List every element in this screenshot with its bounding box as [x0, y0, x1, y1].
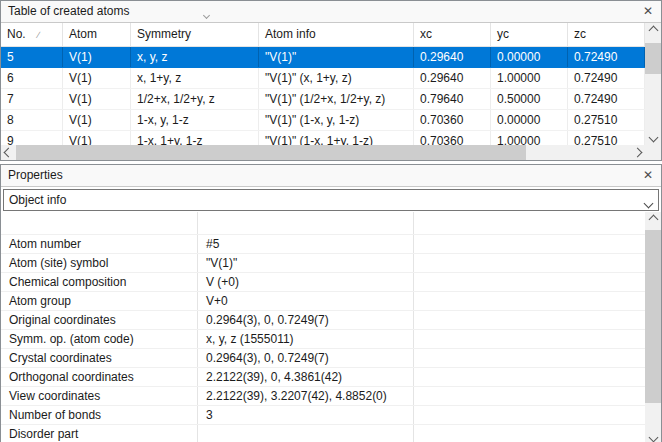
- cell-atom-info: "V(1)": [259, 47, 414, 67]
- property-row: Orthogonal coordinates 2.2122(39), 0, 4.…: [1, 368, 645, 387]
- scroll-down-icon[interactable]: [645, 430, 661, 442]
- cell-symmetry: x, y, z: [131, 47, 259, 67]
- column-header-xc[interactable]: xc: [414, 23, 491, 46]
- property-value: [198, 212, 414, 234]
- cell-no: 7: [1, 89, 63, 109]
- table-row[interactable]: 8 V(1) 1-x, y, 1-z "V(1)" (1-x, y, 1-z) …: [1, 110, 645, 131]
- property-value: 0.2964(3), 0, 0.7249(7): [198, 349, 414, 367]
- cell-xc: 0.29640: [414, 47, 491, 67]
- properties-panel-titlebar[interactable]: Properties ✕: [1, 165, 661, 187]
- column-header-symmetry[interactable]: Symmetry: [131, 23, 259, 46]
- object-info-select[interactable]: Object info: [3, 189, 659, 211]
- property-row: Atom group V+0: [1, 292, 645, 311]
- cell-zc: 0.72490: [568, 68, 645, 88]
- sort-ascending-icon: ∕: [38, 30, 40, 40]
- column-header-yc[interactable]: yc: [491, 23, 568, 46]
- close-icon[interactable]: ✕: [639, 2, 657, 20]
- vertical-scrollbar[interactable]: [645, 212, 661, 442]
- properties-panel: Properties ✕ Object info Atom number #5 …: [0, 164, 662, 442]
- cell-atom: V(1): [63, 131, 131, 145]
- column-header-no-label: No.: [7, 27, 26, 41]
- column-header-atom[interactable]: Atom: [63, 23, 131, 46]
- property-grid: Atom number #5 Atom (site) symbol "V(1)"…: [1, 212, 645, 442]
- property-filler: [414, 212, 645, 234]
- cell-yc: 0.00000: [491, 47, 568, 67]
- cell-zc: 0.72490: [568, 47, 645, 67]
- cell-atom-info: "V(1)" (1/2+x, 1/2+y, z): [259, 89, 414, 109]
- property-label: [1, 212, 198, 234]
- column-header-atom-info[interactable]: Atom info: [259, 23, 414, 46]
- property-label: Number of bonds: [1, 406, 198, 424]
- property-filler: [414, 235, 645, 253]
- property-label: Original coordinates: [1, 311, 198, 329]
- property-label: Atom (site) symbol: [1, 254, 198, 272]
- property-row: View coordinates 2.2122(39), 3.2207(42),…: [1, 387, 645, 406]
- scroll-right-icon[interactable]: [630, 145, 645, 160]
- scroll-left-icon[interactable]: [1, 145, 16, 160]
- cell-no: 6: [1, 68, 63, 88]
- property-filler: [414, 292, 645, 310]
- cell-atom-info: "V(1)" (1-x, 1+y, 1-z): [259, 131, 414, 145]
- property-row: Crystal coordinates 0.2964(3), 0, 0.7249…: [1, 349, 645, 368]
- property-filler: [414, 254, 645, 272]
- close-icon[interactable]: ✕: [639, 166, 657, 184]
- cell-zc: 0.72490: [568, 89, 645, 109]
- property-value: x, y, z (1555011): [198, 330, 414, 348]
- scroll-up-icon[interactable]: [645, 212, 661, 227]
- cell-atom-info: "V(1)" (1-x, y, 1-z): [259, 110, 414, 130]
- property-label: Orthogonal coordinates: [1, 368, 198, 386]
- scroll-up-icon[interactable]: [645, 23, 661, 38]
- horizontal-scrollbar[interactable]: [1, 145, 645, 160]
- table-row[interactable]: 7 V(1) 1/2+x, 1/2+y, z "V(1)" (1/2+x, 1/…: [1, 89, 645, 110]
- horizontal-scrollbar-thumb[interactable]: [16, 145, 526, 160]
- cell-atom-info: "V(1)" (x, 1+y, z): [259, 68, 414, 88]
- table-row[interactable]: 5 V(1) x, y, z "V(1)" 0.29640 0.00000 0.…: [1, 47, 645, 68]
- property-value: V (+0): [198, 273, 414, 291]
- vertical-scrollbar[interactable]: [645, 23, 661, 145]
- cell-zc: 0.27510: [568, 131, 645, 145]
- cell-no: 9: [1, 131, 63, 145]
- property-value: #5: [198, 235, 414, 253]
- property-label: Symm. op. (atom code): [1, 330, 198, 348]
- atoms-panel-titlebar[interactable]: Table of created atoms ✕: [1, 1, 661, 23]
- cell-symmetry: 1-x, y, 1-z: [131, 110, 259, 130]
- property-row: Original coordinates 0.2964(3), 0, 0.724…: [1, 311, 645, 330]
- property-filler: [414, 387, 645, 405]
- workspace: Table of created atoms ✕ No.∕ Atom Symme…: [0, 0, 662, 442]
- property-row: Chemical composition V (+0): [1, 273, 645, 292]
- cell-xc: 0.70360: [414, 110, 491, 130]
- panel-menu-icon[interactable]: [204, 7, 209, 21]
- cell-yc: 0.00000: [491, 110, 568, 130]
- vertical-scrollbar-thumb[interactable]: [645, 43, 661, 74]
- property-row-empty: [1, 212, 645, 235]
- table-row[interactable]: 9 V(1) 1-x, 1+y, 1-z "V(1)" (1-x, 1+y, 1…: [1, 131, 645, 145]
- cell-xc: 0.70360: [414, 131, 491, 145]
- column-header-zc[interactable]: zc: [568, 23, 645, 46]
- property-label: Atom number: [1, 235, 198, 253]
- property-value: 0.2964(3), 0, 0.7249(7): [198, 311, 414, 329]
- cell-atom: V(1): [63, 68, 131, 88]
- property-value: [198, 425, 414, 442]
- atoms-panel-title: Table of created atoms: [8, 1, 129, 22]
- property-label: Crystal coordinates: [1, 349, 198, 367]
- column-header-no[interactable]: No.∕: [1, 23, 63, 46]
- object-info-select-value: Object info: [9, 190, 66, 210]
- property-row: Symm. op. (atom code) x, y, z (1555011): [1, 330, 645, 349]
- chevron-down-icon[interactable]: [645, 196, 652, 210]
- property-filler: [414, 349, 645, 367]
- property-row: Atom number #5: [1, 235, 645, 254]
- property-filler: [414, 406, 645, 424]
- cell-zc: 0.27510: [568, 110, 645, 130]
- property-filler: [414, 311, 645, 329]
- cell-xc: 0.79640: [414, 89, 491, 109]
- property-value: 3: [198, 406, 414, 424]
- property-label: Chemical composition: [1, 273, 198, 291]
- properties-panel-title: Properties: [8, 165, 63, 186]
- atoms-panel: Table of created atoms ✕ No.∕ Atom Symme…: [0, 0, 662, 161]
- cell-atom: V(1): [63, 47, 131, 67]
- table-row[interactable]: 6 V(1) x, 1+y, z "V(1)" (x, 1+y, z) 0.29…: [1, 68, 645, 89]
- property-row: Atom (site) symbol "V(1)": [1, 254, 645, 273]
- cell-yc: 1.00000: [491, 131, 568, 145]
- vertical-scrollbar-thumb[interactable]: [645, 230, 661, 403]
- scroll-down-icon[interactable]: [645, 130, 661, 145]
